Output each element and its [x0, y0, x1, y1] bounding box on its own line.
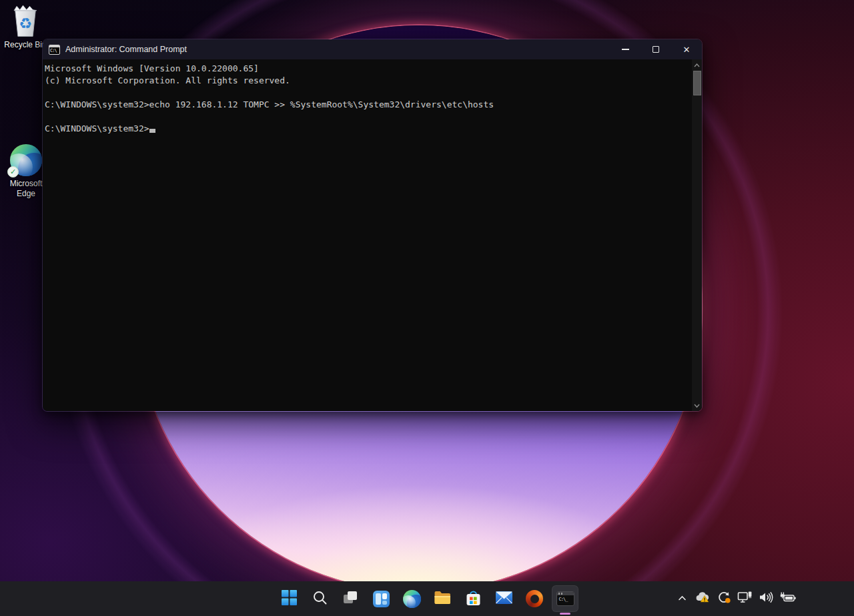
taskbar-office-button[interactable]: [521, 585, 548, 612]
widgets-icon: [373, 591, 390, 607]
maximize-button[interactable]: [640, 39, 671, 59]
window-titlebar[interactable]: C:\ Administrator: Command Prompt ✕: [43, 39, 702, 59]
taskbar-search-button[interactable]: [306, 585, 333, 612]
console-line: (c) Microsoft Corporation. All rights re…: [45, 75, 690, 87]
onedrive-warning-icon: [695, 591, 711, 607]
tray-onedrive-button[interactable]: [693, 588, 712, 609]
console-line: [45, 111, 690, 123]
task-view-icon: [342, 589, 359, 609]
taskbar-widgets-button[interactable]: [368, 585, 394, 612]
recycle-bin-icon: ♻: [0, 3, 51, 39]
taskbar: C:\_: [0, 581, 854, 616]
console-line: Microsoft Windows [Version 10.0.22000.65…: [45, 63, 690, 75]
tray-sync-pending-button[interactable]: [715, 588, 733, 609]
console-line: C:\WINDOWS\system32>echo 192.168.1.12 TO…: [45, 99, 690, 111]
desktop: ♻ Recycle Bin ✓ Microsoft Edge C:\ Admin…: [0, 0, 854, 616]
taskbar-mail-button[interactable]: [490, 585, 517, 612]
text-cursor: [149, 129, 155, 133]
close-icon: ✕: [683, 45, 691, 55]
close-button[interactable]: ✕: [671, 39, 702, 59]
cmd-icon: C:\: [49, 45, 60, 55]
system-tray: [674, 581, 798, 616]
taskbar-command-prompt-button[interactable]: C:\_: [552, 585, 578, 612]
volume-icon: [759, 591, 773, 606]
taskbar-start-button[interactable]: [276, 585, 302, 612]
scrollbar-thumb[interactable]: [693, 71, 701, 95]
chevron-up-icon: [677, 593, 687, 605]
search-icon: [312, 590, 328, 608]
maximize-icon: [653, 46, 659, 53]
active-app-indicator: [560, 613, 570, 615]
edge-icon: [403, 590, 421, 608]
console-prompt-line: C:\WINDOWS\system32>: [45, 123, 690, 135]
taskbar-edge-button[interactable]: [398, 585, 425, 612]
minimize-icon: [622, 49, 629, 49]
tray-volume-button[interactable]: [757, 588, 775, 609]
minimize-button[interactable]: [610, 39, 640, 59]
taskbar-task-view-button[interactable]: [337, 585, 364, 612]
office-ring-icon: [526, 590, 543, 607]
tray-network-ethernet-button[interactable]: [736, 588, 754, 609]
folder-icon: [434, 590, 452, 608]
sync-arrow-icon: [717, 591, 731, 607]
taskbar-store-button[interactable]: [460, 585, 486, 612]
svg-text:♻: ♻: [19, 15, 32, 32]
taskbar-file-explorer-button[interactable]: [429, 585, 456, 612]
command-prompt-window: C:\ Administrator: Command Prompt ✕ Micr…: [42, 39, 703, 412]
tray-show-hidden-icons-button[interactable]: [674, 588, 690, 609]
window-title: Administrator: Command Prompt: [65, 45, 610, 54]
console-line: [45, 87, 690, 99]
check-badge-icon: ✓: [7, 166, 19, 178]
store-bag-icon: [465, 589, 482, 609]
battery-charging-icon: [779, 591, 797, 606]
windows-start-icon: [281, 589, 298, 609]
mail-envelope-icon: [495, 591, 513, 607]
console-scrollbar[interactable]: [692, 59, 702, 411]
scroll-up-arrow-icon[interactable]: [692, 60, 702, 70]
tray-battery-button[interactable]: [778, 588, 798, 609]
terminal-icon: C:\_: [556, 591, 574, 606]
scroll-down-arrow-icon[interactable]: [692, 400, 702, 410]
console-output-area[interactable]: Microsoft Windows [Version 10.0.22000.65…: [43, 59, 702, 411]
ethernet-network-icon: [737, 591, 753, 607]
